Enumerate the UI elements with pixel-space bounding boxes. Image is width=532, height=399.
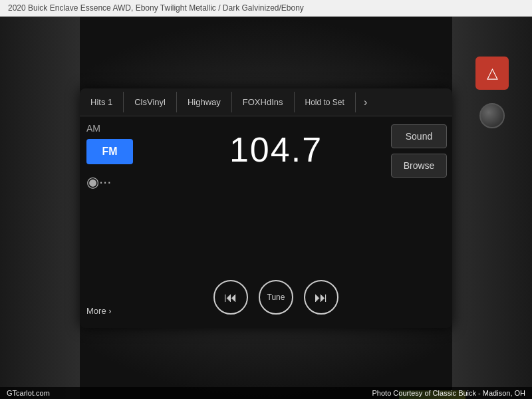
dash-left: [0, 17, 80, 399]
prev-icon: ⏮: [224, 290, 237, 305]
next-icon: ⏭: [315, 290, 328, 305]
page-container: 2020 Buick Enclave Essence AWD, Ebony Tw…: [0, 0, 532, 399]
car-area: △ Hits 1 ClsVinyl Highway: [0, 17, 532, 399]
tab-hits1[interactable]: Hits 1: [80, 92, 124, 112]
frequency-display: 104.7: [229, 130, 323, 170]
screen-content: AM FM ◉··· More › 104.7 ⏮: [80, 116, 452, 328]
tab-hold-to-set[interactable]: Hold to Set: [295, 92, 356, 112]
tune-button[interactable]: Tune: [259, 280, 293, 315]
next-button[interactable]: ⏭: [304, 280, 338, 315]
dash-right: △: [452, 17, 532, 399]
vehicle-title: 2020 Buick Enclave Essence AWD, Ebony Tw…: [8, 3, 304, 13]
left-col: AM FM ◉··· More ›: [80, 116, 166, 328]
tab-highway[interactable]: Highway: [177, 92, 232, 112]
watermark: GTcarlot.com: [7, 389, 50, 397]
center-col: 104.7 ⏮ Tune ⏭: [166, 116, 386, 328]
playback-controls: ⏮ Tune ⏭: [213, 280, 338, 315]
photo-credit-bar: GTcarlot.com Photo Courtesy of Classic B…: [0, 387, 532, 399]
tab-foxhdins[interactable]: FOXHdIns: [232, 92, 295, 112]
browse-button[interactable]: Browse: [391, 154, 447, 178]
sirius-icon[interactable]: ◉···: [86, 174, 111, 191]
hazard-button[interactable]: △: [475, 57, 509, 90]
hazard-icon: △: [487, 65, 498, 82]
tab-clsvinyl[interactable]: ClsVinyl: [124, 92, 177, 112]
sirius-logo-icon: ◉···: [86, 174, 111, 191]
sound-button[interactable]: Sound: [391, 124, 447, 148]
photo-credit: Photo Courtesy of Classic Buick - Madiso…: [372, 389, 525, 397]
right-col: Sound Browse: [386, 116, 452, 328]
screen: Hits 1 ClsVinyl Highway FOXHdIns Hold to…: [80, 88, 452, 328]
prev-button[interactable]: ⏮: [213, 280, 248, 315]
tab-arrow[interactable]: ›: [356, 91, 375, 114]
preset-tabs: Hits 1 ClsVinyl Highway FOXHdIns Hold to…: [80, 88, 452, 116]
infotainment-screen: Hits 1 ClsVinyl Highway FOXHdIns Hold to…: [80, 88, 452, 328]
title-bar: 2020 Buick Enclave Essence AWD, Ebony Tw…: [0, 0, 532, 17]
am-label: AM: [86, 123, 100, 134]
right-knob[interactable]: [479, 103, 505, 128]
more-button[interactable]: More ›: [86, 306, 112, 321]
fm-button[interactable]: FM: [86, 139, 133, 164]
